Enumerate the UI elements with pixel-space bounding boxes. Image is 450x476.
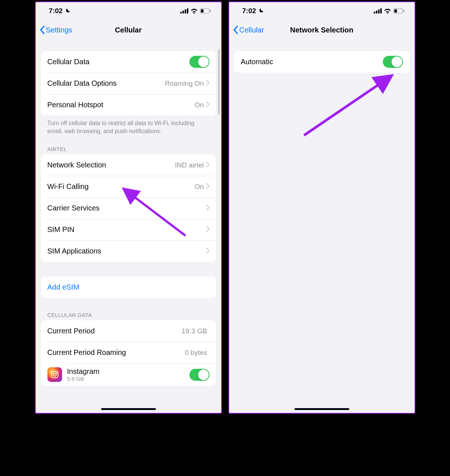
chevron-right-icon <box>206 79 209 88</box>
phone-cellular: 7:02 Settings Cellular Cell <box>35 1 222 414</box>
status-right <box>374 8 404 14</box>
carrier-services-label: Carrier Services <box>47 204 206 212</box>
wifi-icon <box>191 8 198 14</box>
chevron-right-icon <box>206 161 209 169</box>
group-data: Current Period 19.3 GB Current Period Ro… <box>41 320 216 386</box>
status-time: 7:02 <box>49 7 63 15</box>
sim-pin-row[interactable]: SIM PIN <box>41 219 216 240</box>
automatic-toggle[interactable] <box>383 56 403 68</box>
home-indicator[interactable] <box>101 408 156 410</box>
battery-icon <box>200 8 211 13</box>
current-period-row[interactable]: Current Period 19.3 GB <box>41 320 216 342</box>
svg-rect-12 <box>376 11 377 13</box>
battery-icon <box>393 8 404 13</box>
cellular-data-label: Cellular Data <box>47 58 189 66</box>
dnd-icon <box>64 8 71 14</box>
status-bar: 7:02 <box>229 2 415 20</box>
current-period-label: Current Period <box>47 327 182 335</box>
wifi-calling-value: On <box>195 183 204 191</box>
chevron-right-icon <box>206 247 209 255</box>
add-esim-row[interactable]: Add eSIM <box>41 276 216 298</box>
section-data-header: CELLULAR DATA <box>41 298 216 320</box>
wifi-icon <box>384 8 391 14</box>
app-meta: Instagram 5.6 GB <box>67 367 189 382</box>
svg-rect-11 <box>374 12 375 13</box>
svg-rect-13 <box>378 9 380 13</box>
svg-rect-2 <box>185 9 186 13</box>
wifi-calling-label: Wi-Fi Calling <box>47 182 195 191</box>
svg-rect-16 <box>403 10 404 12</box>
svg-rect-0 <box>180 12 182 13</box>
app-size: 5.6 GB <box>67 376 189 382</box>
back-label: Settings <box>46 26 72 34</box>
status-left: 7:02 <box>242 7 264 15</box>
svg-rect-14 <box>380 8 382 13</box>
back-button[interactable]: Cellular <box>229 26 264 34</box>
group-esim: Add eSIM <box>41 276 216 298</box>
dnd-icon <box>258 8 264 14</box>
chevron-left-icon <box>39 26 45 34</box>
app-instagram-toggle[interactable] <box>189 369 209 381</box>
svg-point-8 <box>53 373 56 376</box>
section-carrier-header: AIRTEL <box>41 135 216 154</box>
signal-icon <box>180 8 188 13</box>
hotspot-label: Personal Hotspot <box>47 101 195 109</box>
svg-rect-1 <box>182 11 184 13</box>
phone-network-selection: 7:02 Cellular Network Selection <box>228 1 415 414</box>
cellular-data-toggle[interactable] <box>189 56 209 68</box>
status-right <box>180 8 211 14</box>
current-period-roaming-value: 0 bytes <box>185 349 207 357</box>
group-carrier: Network Selection IND airtel Wi-Fi Calli… <box>41 154 216 262</box>
group-cellular: Cellular Data Cellular Data Options Roam… <box>41 51 216 116</box>
content: Cellular Data Cellular Data Options Roam… <box>36 51 221 386</box>
hotspot-row[interactable]: Personal Hotspot On <box>41 94 216 116</box>
svg-rect-3 <box>187 8 188 13</box>
svg-line-18 <box>304 77 390 135</box>
cellular-options-label: Cellular Data Options <box>47 79 165 88</box>
current-period-roaming-label: Current Period Roaming <box>47 348 185 357</box>
cellular-options-row[interactable]: Cellular Data Options Roaming On <box>41 73 216 94</box>
instagram-icon <box>47 367 62 382</box>
network-selection-value: IND airtel <box>175 161 204 169</box>
annotation-arrow <box>299 68 401 141</box>
status-bar: 7:02 <box>36 2 221 20</box>
wifi-calling-row[interactable]: Wi-Fi Calling On <box>41 176 216 197</box>
chevron-left-icon <box>233 26 239 34</box>
svg-rect-5 <box>210 10 211 12</box>
back-button[interactable]: Settings <box>36 26 72 34</box>
svg-rect-17 <box>394 9 397 13</box>
sim-pin-label: SIM PIN <box>47 225 206 234</box>
hotspot-value: On <box>195 101 204 109</box>
svg-rect-6 <box>201 9 203 13</box>
sim-apps-label: SIM Applications <box>47 247 206 255</box>
group-cellular-footer: Turn off cellular data to restrict all d… <box>41 116 216 135</box>
group-automatic: Automatic <box>234 51 409 73</box>
sim-apps-row[interactable]: SIM Applications <box>41 240 216 262</box>
back-label: Cellular <box>239 26 264 34</box>
current-period-value: 19.3 GB <box>182 327 207 335</box>
status-left: 7:02 <box>49 7 71 15</box>
automatic-label: Automatic <box>241 58 383 66</box>
carrier-services-row[interactable]: Carrier Services <box>41 197 216 219</box>
chevron-right-icon <box>206 101 209 109</box>
cellular-options-value: Roaming On <box>165 80 204 88</box>
network-selection-row[interactable]: Network Selection IND airtel <box>41 154 216 176</box>
chevron-right-icon <box>206 182 209 191</box>
content: Automatic <box>229 51 415 73</box>
cellular-data-row[interactable]: Cellular Data <box>41 51 216 73</box>
chevron-right-icon <box>206 204 209 212</box>
network-selection-label: Network Selection <box>47 161 175 169</box>
home-indicator[interactable] <box>295 408 349 410</box>
current-period-roaming-row[interactable]: Current Period Roaming 0 bytes <box>41 342 216 363</box>
automatic-row[interactable]: Automatic <box>234 51 409 73</box>
signal-icon <box>374 8 382 13</box>
app-instagram-row[interactable]: Instagram 5.6 GB <box>41 363 216 386</box>
nav-bar: Cellular Network Selection <box>229 20 415 40</box>
app-name: Instagram <box>67 367 189 376</box>
svg-rect-7 <box>51 371 58 378</box>
svg-point-9 <box>56 372 57 374</box>
add-esim-label: Add eSIM <box>47 283 209 291</box>
status-time: 7:02 <box>242 7 256 15</box>
chevron-right-icon <box>206 225 209 234</box>
scroll-indicator[interactable] <box>218 49 220 115</box>
